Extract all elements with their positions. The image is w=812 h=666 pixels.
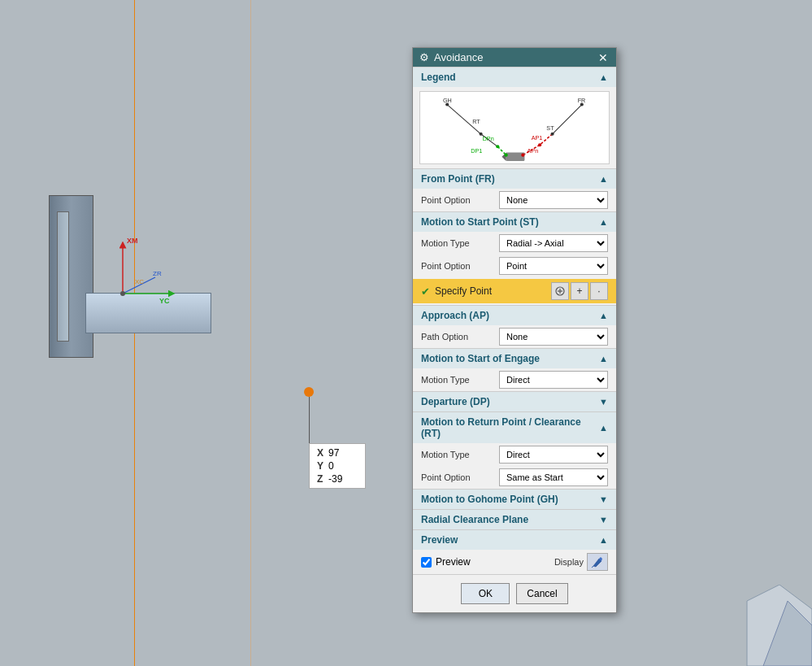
legend-section-header[interactable]: Legend ▲ [413, 67, 616, 87]
preview-checkbox[interactable] [421, 557, 432, 568]
motion-gohome-chevron: ▼ [599, 494, 608, 504]
motion-start-type-label: Motion Type [421, 238, 494, 248]
from-point-option-select[interactable]: None [499, 191, 608, 209]
preview-label: Preview [436, 556, 471, 568]
motion-engage-type-select[interactable]: Direct None [499, 371, 608, 389]
specify-point-label: Specify Point [435, 285, 546, 297]
motion-engage-type-label: Motion Type [421, 375, 494, 385]
specify-point-add-btn[interactable] [551, 282, 569, 300]
preview-display: Display [554, 553, 608, 571]
motion-return-label: Motion to Return Point / Clearance (RT) [421, 416, 599, 439]
svg-point-19 [445, 102, 449, 106]
preview-section-header[interactable]: Preview ▲ [413, 529, 616, 550]
motion-return-point-option-row: Point Option Same as Start None Point [413, 466, 616, 489]
motion-gohome-label: Motion to Gohome Point (GH) [421, 494, 558, 505]
from-point-chevron: ▲ [599, 174, 608, 184]
svg-point-31 [505, 154, 508, 157]
motion-start-label: Motion to Start Point (ST) [421, 216, 539, 228]
svg-text:ZR: ZR [153, 270, 162, 277]
display-label: Display [554, 557, 584, 567]
cancel-button[interactable]: Cancel [516, 583, 567, 604]
y-value: 0 [326, 459, 345, 472]
preview-left: Preview [421, 556, 471, 568]
svg-text:XC: XC [135, 278, 144, 285]
departure-label: Departure (DP) [421, 396, 490, 407]
dialog-title: Avoidance [434, 51, 483, 63]
orange-vertical-line-2 [250, 0, 251, 666]
x-label: X [315, 446, 326, 459]
radial-clearance-section-header[interactable]: Radial Clearance Plane ▼ [413, 509, 616, 529]
motion-engage-section-header[interactable]: Motion to Start of Engage ▲ [413, 348, 616, 368]
motion-return-point-option-label: Point Option [421, 472, 494, 482]
svg-text:DPn: DPn [483, 135, 494, 142]
specify-point-buttons: + · [551, 282, 608, 300]
departure-chevron: ▼ [599, 397, 608, 407]
legend-chevron: ▲ [599, 72, 608, 82]
avoidance-dialog: ⚙ Avoidance ✕ Legend ▲ [412, 47, 617, 613]
approach-path-option-row: Path Option None [413, 325, 616, 348]
motion-return-point-option-select[interactable]: Same as Start None Point [499, 468, 608, 486]
coordinate-box: X 97 Y 0 Z -39 [309, 443, 366, 489]
motion-engage-type-row: Motion Type Direct None [413, 368, 616, 391]
svg-line-37 [592, 566, 593, 568]
dialog-body: Legend ▲ GH FR [413, 67, 616, 574]
svg-text:ST: ST [546, 124, 554, 132]
preview-row: Preview Display [413, 550, 616, 574]
ok-button[interactable]: OK [461, 583, 510, 604]
svg-point-27 [496, 145, 499, 148]
motion-return-type-select[interactable]: Direct None [499, 446, 608, 464]
x-value: 97 [326, 446, 345, 459]
approach-section-header[interactable]: Approach (AP) ▲ [413, 305, 616, 325]
approach-label: Approach (AP) [421, 310, 489, 321]
motion-start-section-header[interactable]: Motion to Start Point (ST) ▲ [413, 211, 616, 232]
svg-point-21 [580, 102, 584, 106]
point-indicator [304, 387, 314, 397]
specify-point-row[interactable]: ✔ Specify Point + · [413, 279, 616, 303]
from-point-section-header[interactable]: From Point (FR) ▲ [413, 168, 616, 189]
svg-text:RT: RT [472, 118, 480, 125]
legend-diagram: GH FR RT ST DPn AP1 DP1 APn [419, 91, 610, 164]
from-point-label: From Point (FR) [421, 173, 495, 185]
titlebar-left: ⚙ Avoidance [419, 51, 483, 63]
z-value: -39 [326, 472, 345, 485]
close-button[interactable]: ✕ [597, 52, 610, 63]
motion-start-point-option-row: Point Option Point None [413, 255, 616, 277]
motion-start-type-select[interactable]: Radial -> Axial Direct [499, 234, 608, 252]
y-label: Y [315, 459, 326, 472]
svg-text:XM: XM [127, 237, 138, 245]
machine-part-inner [57, 211, 69, 342]
legend-label: Legend [421, 72, 456, 83]
preview-section-label: Preview [421, 534, 458, 546]
gear-icon: ⚙ [419, 51, 429, 63]
motion-start-point-option-select[interactable]: Point None [499, 257, 608, 275]
from-point-option-label: Point Option [421, 195, 494, 205]
bottom-right-shape [714, 585, 812, 666]
svg-text:YC: YC [159, 297, 170, 305]
motion-return-type-label: Motion Type [421, 450, 494, 459]
motion-return-section-header[interactable]: Motion to Return Point / Clearance (RT) … [413, 411, 616, 443]
dialog-titlebar: ⚙ Avoidance ✕ [413, 48, 616, 67]
motion-return-chevron: ▲ [599, 423, 608, 433]
svg-point-29 [538, 143, 541, 146]
specify-point-crosshair-btn[interactable]: + [571, 282, 588, 300]
specify-point-dot-btn[interactable]: · [590, 282, 608, 300]
motion-gohome-section-header[interactable]: Motion to Gohome Point (GH) ▼ [413, 489, 616, 509]
approach-path-option-label: Path Option [421, 332, 494, 342]
motion-engage-chevron: ▲ [599, 354, 608, 363]
motion-engage-label: Motion to Start of Engage [421, 353, 540, 364]
svg-text:AP1: AP1 [532, 134, 543, 141]
z-label: Z [315, 472, 326, 485]
workpiece: XM YC ZR XC [85, 293, 211, 333]
approach-path-option-select[interactable]: None [499, 328, 608, 346]
preview-chevron: ▲ [599, 535, 608, 545]
display-button[interactable] [587, 553, 608, 571]
motion-start-chevron: ▲ [599, 217, 608, 227]
point-connector-line [309, 397, 310, 444]
motion-start-point-option-label: Point Option [421, 261, 494, 271]
radial-clearance-chevron: ▼ [599, 515, 608, 525]
svg-text:DP1: DP1 [471, 147, 482, 155]
departure-section-header[interactable]: Departure (DP) ▼ [413, 391, 616, 411]
svg-point-7 [120, 291, 125, 296]
approach-chevron: ▲ [599, 311, 608, 320]
radial-clearance-label: Radial Clearance Plane [421, 514, 528, 525]
